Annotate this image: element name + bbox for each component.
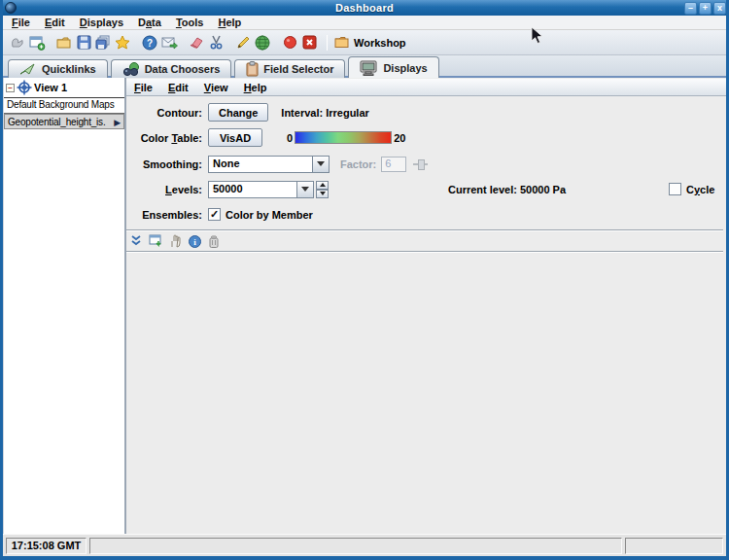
view-compass-icon bbox=[17, 80, 32, 95]
cycle-checkbox[interactable] bbox=[669, 183, 681, 195]
main-toolbar: ? Workshop bbox=[3, 30, 726, 55]
color-range-min: 0 bbox=[287, 132, 293, 144]
svg-text:?: ? bbox=[147, 38, 153, 49]
color-table-label: Color Table: bbox=[126, 132, 202, 144]
exit-icon[interactable] bbox=[300, 34, 318, 52]
globe-icon[interactable] bbox=[254, 34, 271, 52]
paper-plane-icon bbox=[19, 62, 37, 76]
display-menu-view[interactable]: View bbox=[204, 82, 228, 93]
open-folder-icon[interactable] bbox=[55, 34, 73, 52]
display-tree-panel: − View 1 Default Background Maps Geopote… bbox=[3, 78, 126, 534]
display-menubar: File Edit View Help bbox=[126, 79, 726, 96]
support-email-icon[interactable] bbox=[160, 34, 178, 52]
factor-slider-icon bbox=[413, 159, 428, 168]
window-title: Dashboard bbox=[0, 2, 729, 14]
eraser-icon[interactable] bbox=[188, 34, 205, 52]
separator-line bbox=[126, 251, 723, 253]
levels-label: Levels: bbox=[126, 184, 202, 195]
display-mini-toolbar: i bbox=[129, 233, 221, 249]
monitor-icon bbox=[360, 60, 378, 76]
tab-displays[interactable]: Displays bbox=[348, 56, 438, 78]
color-by-member-label: Color by Member bbox=[226, 209, 313, 221]
tree-item-geopotential-height[interactable]: Geopotential_height_is. ▶ bbox=[4, 114, 124, 129]
contour-label: Contour: bbox=[126, 107, 202, 119]
separator-line bbox=[126, 229, 723, 231]
clock-display: 17:15:08 GMT bbox=[6, 538, 87, 554]
contour-interval-value: Interval: Irregular bbox=[281, 107, 368, 119]
save-as-icon[interactable] bbox=[94, 34, 112, 52]
hand-grip-icon[interactable] bbox=[9, 34, 26, 52]
toolbar-separator bbox=[327, 35, 328, 51]
cycle-label: Cycle bbox=[686, 184, 714, 195]
tree-item-background-maps[interactable]: Default Background Maps bbox=[4, 98, 124, 114]
record-icon[interactable] bbox=[281, 34, 298, 52]
combo-arrow-icon[interactable] bbox=[296, 182, 313, 197]
trash-icon[interactable] bbox=[207, 234, 221, 248]
tabstrip: Quicklinks Data Choosers Field Selector … bbox=[3, 55, 726, 78]
levels-combobox[interactable]: 50000 bbox=[208, 181, 314, 198]
close-button[interactable]: x bbox=[713, 2, 726, 15]
menu-help[interactable]: Help bbox=[218, 17, 241, 28]
color-range-max: 20 bbox=[394, 132, 405, 144]
factor-label: Factor: bbox=[340, 158, 376, 170]
info-icon[interactable]: i bbox=[188, 234, 201, 248]
smoothing-label: Smoothing: bbox=[126, 158, 202, 170]
workshop-button[interactable]: Workshop bbox=[334, 36, 406, 49]
workshop-label: Workshop bbox=[354, 37, 406, 49]
status-message-area bbox=[89, 538, 622, 554]
menu-displays[interactable]: Displays bbox=[80, 17, 123, 28]
level-down-button[interactable] bbox=[316, 190, 329, 198]
factor-field: 6 bbox=[381, 157, 406, 172]
tab-data-choosers[interactable]: Data Choosers bbox=[111, 59, 232, 78]
contour-change-button[interactable]: Change bbox=[208, 103, 268, 122]
tab-quicklinks[interactable]: Quicklinks bbox=[8, 59, 108, 78]
titlebar[interactable]: Dashboard – + x bbox=[0, 0, 729, 16]
tree-collapse-icon[interactable]: − bbox=[6, 84, 15, 92]
minimize-button[interactable]: – bbox=[684, 2, 697, 15]
display-menu-help[interactable]: Help bbox=[244, 82, 267, 93]
memory-indicator-area bbox=[625, 538, 723, 554]
statusbar: 17:15:08 GMT bbox=[3, 534, 726, 556]
cut-icon[interactable] bbox=[207, 34, 225, 52]
view-label: View 1 bbox=[34, 82, 67, 93]
smoothing-combobox[interactable]: None bbox=[208, 156, 330, 173]
level-up-button[interactable] bbox=[316, 181, 329, 190]
tab-field-selector[interactable]: Field Selector bbox=[234, 59, 345, 78]
show-window-icon[interactable] bbox=[28, 34, 46, 52]
clipboard-icon bbox=[246, 61, 259, 77]
help-icon[interactable]: ? bbox=[141, 34, 158, 52]
menu-edit[interactable]: Edit bbox=[45, 17, 65, 28]
workshop-folder-icon bbox=[334, 36, 350, 49]
display-control-panel: File Edit View Help Contour: Change Inte… bbox=[126, 78, 726, 534]
expand-arrow-icon: ▶ bbox=[114, 118, 121, 127]
hand-icon[interactable] bbox=[168, 234, 182, 248]
menu-data[interactable]: Data bbox=[138, 17, 161, 28]
pencil-icon[interactable] bbox=[234, 34, 252, 52]
menu-file[interactable]: File bbox=[12, 17, 30, 28]
combo-arrow-icon[interactable] bbox=[312, 157, 329, 172]
main-menubar: File Edit Displays Data Tools Help bbox=[3, 16, 726, 30]
current-level-value: Current level: 50000 Pa bbox=[448, 184, 566, 195]
favorites-star-icon[interactable] bbox=[114, 34, 131, 52]
dashboard-window: Dashboard – + x File Edit Displays Data … bbox=[0, 0, 729, 560]
ensembles-label: Ensembles: bbox=[126, 209, 202, 221]
color-gradient-bar[interactable] bbox=[295, 131, 392, 144]
save-icon[interactable] bbox=[75, 34, 92, 52]
collapse-chevrons-icon[interactable] bbox=[129, 234, 143, 248]
color-table-button[interactable]: VisAD bbox=[208, 128, 262, 147]
menu-tools[interactable]: Tools bbox=[176, 17, 204, 28]
display-menu-file[interactable]: File bbox=[134, 82, 153, 93]
display-menu-edit[interactable]: Edit bbox=[168, 82, 189, 93]
tree-node-view1[interactable]: − View 1 bbox=[4, 78, 124, 98]
maximize-button[interactable]: + bbox=[699, 2, 712, 15]
binoculars-globe-icon bbox=[122, 62, 140, 77]
popup-window-icon[interactable] bbox=[149, 234, 162, 248]
color-by-member-checkbox[interactable]: ✓ bbox=[208, 208, 221, 221]
